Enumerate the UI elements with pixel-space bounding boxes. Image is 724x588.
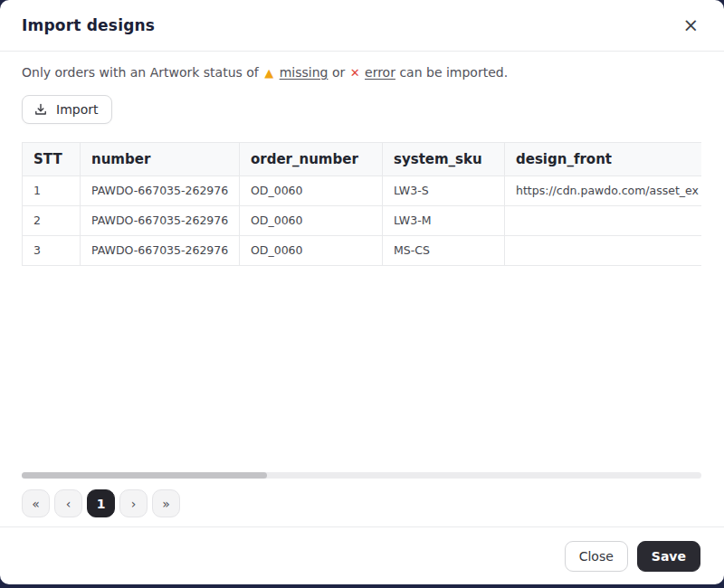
table-cell: OD_0060 (240, 235, 383, 265)
column-header-stt: STT (23, 142, 81, 175)
horizontal-scrollbar[interactable] (22, 472, 701, 479)
close-footer-button[interactable]: Close (565, 541, 628, 572)
scrollbar-thumb[interactable] (22, 472, 267, 479)
save-button[interactable]: Save (637, 541, 700, 572)
double-chevron-left-icon: « (32, 498, 40, 510)
table-cell: MS-CS (383, 235, 505, 265)
close-button[interactable]: × (679, 13, 702, 39)
table-row: 3 PAWDO-667035-262976 OD_0060 MS-CS (23, 235, 702, 265)
table-cell (505, 205, 702, 235)
table-cell: PAWDO-667035-262976 (81, 205, 240, 235)
import-button[interactable]: Import (22, 95, 112, 124)
table-cell: LW3-S (383, 175, 505, 205)
table-cell: 1 (23, 175, 81, 205)
table-cell: PAWDO-667035-262976 (81, 235, 240, 265)
pagination-page-1-button[interactable]: 1 (87, 489, 115, 517)
table-cell: PAWDO-667035-262976 (81, 175, 240, 205)
chevron-left-icon: ‹ (66, 498, 71, 510)
table-row: 2 PAWDO-667035-262976 OD_0060 LW3-M (23, 205, 702, 235)
table-row: 1 PAWDO-667035-262976 OD_0060 LW3-S http… (23, 175, 702, 205)
notice-prefix: Only orders with an Artwork status of (22, 65, 259, 80)
column-header-design-front: design_front (505, 142, 702, 175)
pagination: « ‹ 1 › » (22, 489, 180, 517)
missing-status-label: missing (280, 65, 329, 80)
download-icon (33, 102, 48, 117)
table-cell: https://cdn.pawdo.com/asset_ex (505, 175, 702, 205)
error-icon: ✕ (350, 66, 360, 80)
orders-table: STT number order_number system_sku desig… (22, 142, 701, 266)
table-cell: 3 (23, 235, 81, 265)
orders-table-viewport: STT number order_number system_sku desig… (22, 142, 701, 266)
warning-icon: ▲ (264, 66, 273, 80)
table-header-row: STT number order_number system_sku desig… (23, 142, 702, 175)
table-cell: LW3-M (383, 205, 505, 235)
import-button-label: Import (56, 102, 98, 117)
notice-text: Only orders with an Artwork status of ▲ … (22, 63, 702, 82)
double-chevron-right-icon: » (162, 498, 170, 510)
pagination-last-button[interactable]: » (152, 489, 180, 517)
chevron-right-icon: › (131, 498, 137, 510)
column-header-order-number: order_number (240, 142, 383, 175)
notice-suffix: can be imported. (399, 65, 508, 80)
table-cell (505, 235, 702, 265)
column-header-number: number (81, 142, 240, 175)
table-cell: OD_0060 (240, 175, 383, 205)
error-status-label: error (365, 65, 395, 80)
pagination-next-button[interactable]: › (119, 489, 148, 517)
close-icon: × (682, 14, 699, 36)
page-title: Import designs (22, 16, 155, 34)
import-designs-modal: Import designs × Only orders with an Art… (0, 0, 724, 584)
pagination-first-button[interactable]: « (22, 489, 50, 517)
table-cell: 2 (23, 205, 81, 235)
column-header-system-sku: system_sku (383, 142, 505, 175)
modal-header: Import designs × (0, 0, 724, 52)
table-cell: OD_0060 (240, 205, 383, 235)
modal-footer: Close Save (0, 526, 724, 584)
pagination-prev-button[interactable]: ‹ (54, 489, 82, 517)
notice-or: or (332, 65, 345, 80)
modal-body: Only orders with an Artwork status of ▲ … (0, 52, 724, 526)
